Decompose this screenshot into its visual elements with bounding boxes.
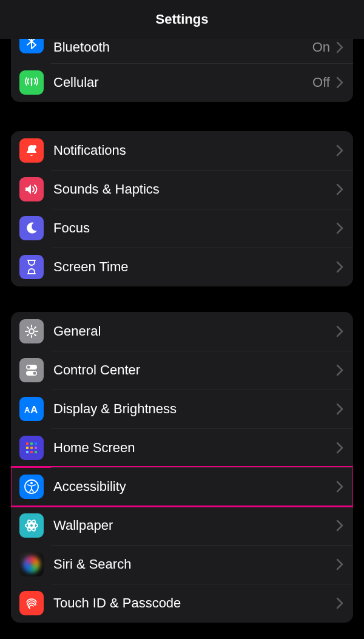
chevron-right-icon (336, 261, 343, 273)
row-label: Notifications (53, 143, 336, 158)
row-focus[interactable]: Focus (11, 209, 353, 248)
touch-id-icon (19, 591, 44, 615)
svg-rect-13 (30, 447, 33, 449)
bluetooth-icon (19, 39, 44, 53)
row-label: General (53, 323, 336, 339)
chevron-right-icon (336, 519, 343, 532)
row-display-brightness[interactable]: A A Display & Brightness (11, 390, 353, 428)
svg-text:A: A (24, 405, 30, 414)
row-accessibility[interactable]: Accessibility (11, 467, 353, 506)
row-label: Home Screen (53, 440, 336, 456)
row-wallpaper[interactable]: Wallpaper (11, 506, 353, 545)
chevron-right-icon (336, 403, 343, 415)
chevron-right-icon (336, 76, 343, 89)
row-label: Siri & Search (53, 556, 336, 572)
svg-rect-10 (30, 442, 33, 445)
chevron-right-icon (336, 41, 343, 53)
chevron-right-icon (336, 144, 343, 157)
svg-text:A: A (30, 404, 38, 415)
svg-point-1 (33, 145, 36, 149)
svg-rect-9 (26, 442, 29, 445)
settings-group-notifications: Notifications Sounds & Haptics Focus (11, 131, 353, 286)
svg-point-19 (30, 482, 33, 484)
siri-icon (19, 552, 44, 576)
chevron-right-icon (336, 222, 343, 234)
row-label: Focus (53, 220, 336, 236)
row-label: Cellular (53, 75, 312, 90)
row-general[interactable]: General (11, 312, 353, 351)
settings-scroll-content[interactable]: Bluetooth On Cellular Off (0, 39, 364, 623)
row-label: Bluetooth (53, 39, 312, 55)
chevron-right-icon (336, 183, 343, 195)
row-label: Screen Time (53, 259, 336, 275)
display-brightness-icon: A A (19, 397, 44, 421)
sounds-icon (19, 177, 44, 201)
row-bluetooth[interactable]: Bluetooth On (11, 39, 353, 63)
row-home-screen[interactable]: Home Screen (11, 428, 353, 467)
home-screen-icon (19, 436, 44, 460)
row-label: Accessibility (53, 479, 336, 495)
row-value: On (312, 39, 330, 55)
chevron-right-icon (336, 558, 343, 570)
focus-icon (19, 216, 44, 240)
svg-rect-15 (26, 451, 29, 453)
chevron-right-icon (336, 364, 343, 376)
settings-group-general: General Control Center A A (11, 312, 353, 623)
svg-point-4 (27, 366, 30, 369)
row-control-center[interactable]: Control Center (11, 351, 353, 390)
row-value: Off (312, 75, 330, 90)
cellular-icon (19, 70, 44, 95)
row-notifications[interactable]: Notifications (11, 131, 353, 170)
row-touch-id[interactable]: Touch ID & Passcode (11, 584, 353, 623)
svg-point-20 (30, 524, 33, 527)
general-icon (19, 319, 44, 343)
control-center-icon (19, 358, 44, 382)
page-title: Settings (156, 12, 209, 27)
row-label: Touch ID & Passcode (53, 595, 336, 611)
row-siri-search[interactable]: Siri & Search (11, 545, 353, 584)
accessibility-icon (19, 475, 44, 499)
row-cellular[interactable]: Cellular Off (11, 63, 353, 102)
svg-rect-12 (26, 447, 29, 449)
svg-rect-16 (30, 451, 33, 453)
svg-point-2 (29, 329, 34, 334)
svg-rect-17 (35, 451, 37, 453)
chevron-right-icon (336, 481, 343, 493)
chevron-right-icon (336, 442, 343, 454)
settings-group-connectivity: Bluetooth On Cellular Off (11, 39, 353, 102)
wallpaper-icon (19, 513, 44, 538)
row-label: Wallpaper (53, 518, 336, 533)
svg-rect-14 (35, 447, 37, 449)
svg-point-0 (30, 78, 32, 79)
svg-rect-11 (35, 442, 37, 445)
screen-time-icon (19, 255, 44, 279)
row-label: Sounds & Haptics (53, 181, 336, 197)
row-label: Display & Brightness (53, 401, 336, 417)
navigation-header: Settings (0, 0, 364, 39)
svg-point-6 (33, 372, 36, 375)
row-sounds[interactable]: Sounds & Haptics (11, 170, 353, 209)
chevron-right-icon (336, 597, 343, 609)
row-label: Control Center (53, 362, 336, 378)
chevron-right-icon (336, 325, 343, 337)
notifications-icon (19, 138, 44, 163)
row-screen-time[interactable]: Screen Time (11, 248, 353, 286)
